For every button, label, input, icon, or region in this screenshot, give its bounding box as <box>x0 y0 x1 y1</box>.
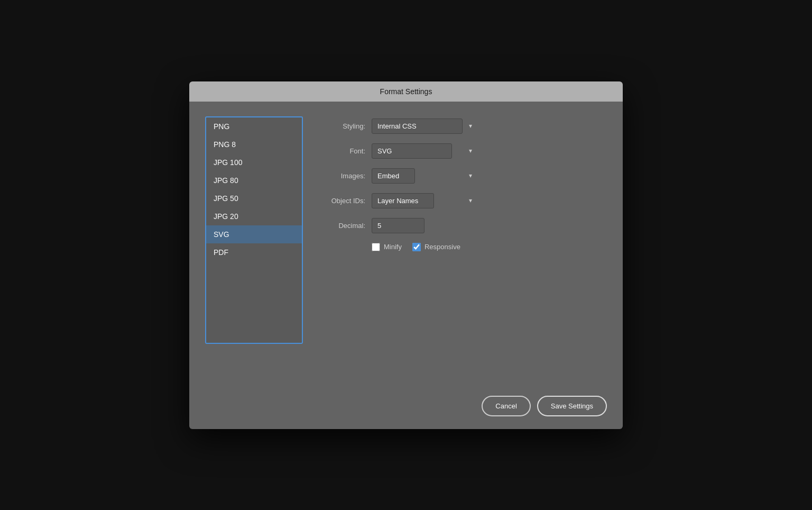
responsive-label: Responsive <box>425 243 460 251</box>
font-select-wrapper: SVGConvert to OutlinesNone <box>372 143 477 159</box>
format-item-jpg80[interactable]: JPG 80 <box>206 171 302 189</box>
font-select[interactable]: SVGConvert to OutlinesNone <box>372 143 452 159</box>
responsive-checkbox[interactable] <box>412 243 421 251</box>
dialog-footer: Cancel Save Settings <box>189 387 623 429</box>
backdrop: Format Settings PNGPNG 8JPG 100JPG 80JPG… <box>0 0 812 510</box>
format-item-svg[interactable]: SVG <box>206 225 302 243</box>
decimal-input[interactable] <box>372 218 425 233</box>
settings-panel: Styling: Internal CSSInline StylePresent… <box>318 116 607 375</box>
images-select-wrapper: EmbedLinkNone <box>372 168 477 184</box>
font-label: Font: <box>318 147 365 155</box>
format-item-png[interactable]: PNG <box>206 117 302 135</box>
format-item-jpg20[interactable]: JPG 20 <box>206 207 302 225</box>
images-select[interactable]: EmbedLinkNone <box>372 168 415 184</box>
dialog-body: PNGPNG 8JPG 100JPG 80JPG 50JPG 20SVGPDF … <box>189 102 623 387</box>
responsive-item[interactable]: Responsive <box>412 243 460 251</box>
format-item-png8[interactable]: PNG 8 <box>206 135 302 153</box>
minify-checkbox[interactable] <box>372 243 380 251</box>
images-row: Images: EmbedLinkNone <box>318 168 607 184</box>
decimal-row: Decimal: <box>318 218 607 233</box>
format-item-pdf[interactable]: PDF <box>206 243 302 261</box>
object-ids-row: Object IDs: Layer NamesMinimalUnique <box>318 193 607 208</box>
cancel-button[interactable]: Cancel <box>482 396 530 416</box>
styling-row: Styling: Internal CSSInline StylePresent… <box>318 119 607 134</box>
save-settings-button[interactable]: Save Settings <box>537 396 607 416</box>
dialog-title: Format Settings <box>380 87 432 96</box>
format-list: PNGPNG 8JPG 100JPG 80JPG 50JPG 20SVGPDF <box>205 116 303 344</box>
object-ids-select-wrapper: Layer NamesMinimalUnique <box>372 193 477 208</box>
format-item-jpg100[interactable]: JPG 100 <box>206 153 302 171</box>
dialog-titlebar: Format Settings <box>189 81 623 102</box>
minify-item[interactable]: Minify <box>372 243 402 251</box>
object-ids-label: Object IDs: <box>318 197 365 205</box>
decimal-label: Decimal: <box>318 222 365 230</box>
object-ids-select[interactable]: Layer NamesMinimalUnique <box>372 193 434 208</box>
checkbox-row: Minify Responsive <box>372 243 607 251</box>
styling-select-wrapper: Internal CSSInline StylePresentation Att… <box>372 119 477 134</box>
font-row: Font: SVGConvert to OutlinesNone <box>318 143 607 159</box>
styling-select[interactable]: Internal CSSInline StylePresentation Att… <box>372 119 463 134</box>
format-item-jpg50[interactable]: JPG 50 <box>206 189 302 207</box>
minify-label: Minify <box>384 243 402 251</box>
format-settings-dialog: Format Settings PNGPNG 8JPG 100JPG 80JPG… <box>189 81 623 429</box>
styling-label: Styling: <box>318 122 365 130</box>
images-label: Images: <box>318 172 365 180</box>
